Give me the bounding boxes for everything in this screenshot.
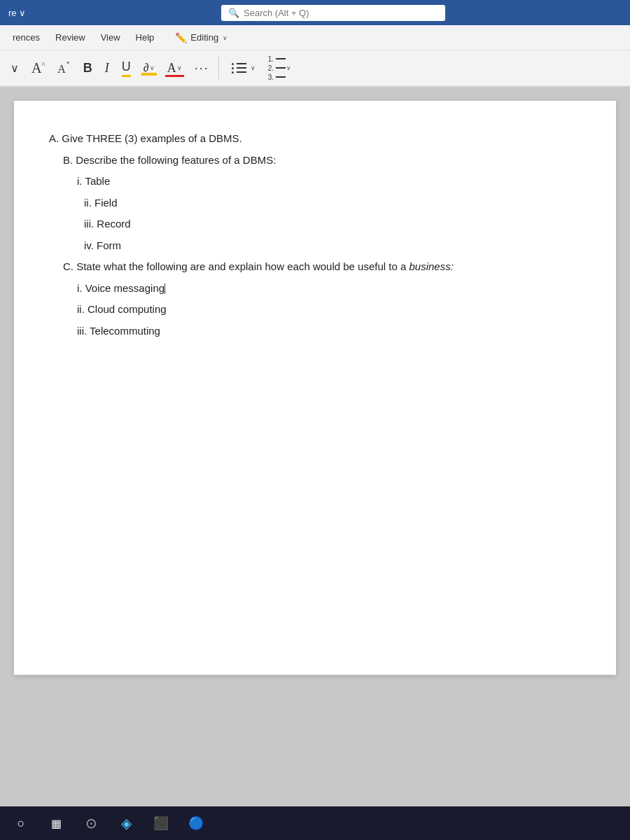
- line-ci-text: i. Voice messaging: [77, 282, 164, 294]
- search-box[interactable]: 🔍: [221, 5, 445, 21]
- numbered-list-chevron: ∨: [286, 64, 291, 71]
- doc-line-iii: iii. Record: [49, 214, 581, 234]
- taskbar-app4[interactable]: 🔵: [181, 810, 211, 836]
- line-i-text: i. Table: [77, 175, 110, 187]
- paragraph-style-dropdown[interactable]: ∨: [6, 59, 24, 78]
- editing-button[interactable]: ✏️ Editing ∨: [168, 29, 234, 47]
- font-shrink-icon: A˅: [57, 60, 71, 76]
- toolbar: ∨ A^ A˅ B I U ∂ ∨ A ∨ ··· ∨: [0, 50, 630, 87]
- doc-line-b: B. Describe the following features of a …: [49, 150, 581, 171]
- italic-button[interactable]: I: [100, 58, 114, 78]
- line-iii-text: iii. Record: [84, 218, 131, 230]
- editing-label: Editing: [190, 32, 218, 43]
- taskbar-search[interactable]: ○: [6, 810, 36, 836]
- italic-icon: I: [105, 61, 109, 76]
- highlight-color-bar: [141, 73, 157, 76]
- taskbar-search-icon: ○: [18, 816, 25, 831]
- bulleted-list-button[interactable]: ∨: [223, 57, 260, 79]
- highlight-chevron: ∨: [150, 64, 155, 71]
- doc-line-i: i. Table: [49, 172, 581, 192]
- line-ciii-text: iii. Telecommuting: [77, 325, 160, 337]
- doc-line-c: C. State what the following are and expl…: [49, 257, 581, 277]
- pencil-icon: ✏️: [175, 32, 187, 43]
- font-color-icon: A: [167, 61, 176, 76]
- search-icon: 🔍: [228, 8, 239, 18]
- font-size-large-btn[interactable]: A^: [27, 57, 50, 79]
- line-ii-text: ii. Field: [84, 197, 118, 209]
- taskbar-app2[interactable]: ◈: [111, 810, 141, 836]
- bulleted-list-chevron: ∨: [251, 64, 255, 71]
- doc-line-ciii: iii. Telecommuting: [49, 321, 581, 342]
- line-c-text: C. State what the following are and expl…: [63, 260, 454, 272]
- title-bar: re ∨ 🔍: [0, 0, 630, 25]
- menu-item-review[interactable]: Review: [48, 28, 92, 47]
- numbered-list-button[interactable]: 1. 2. 3. ∨: [263, 52, 296, 84]
- line-iv-text: iv. Form: [84, 239, 121, 251]
- more-icon: ···: [195, 61, 209, 76]
- taskbar-app1[interactable]: ⊙: [76, 810, 106, 836]
- taskbar-app1-icon: ⊙: [85, 815, 97, 832]
- line-b-text: B. Describe the following features of a …: [63, 154, 276, 166]
- font-color-bar: [165, 75, 184, 77]
- underline-button[interactable]: U: [117, 57, 136, 80]
- doc-line-ci: i. Voice messaging: [49, 279, 581, 299]
- taskbar: ○ ▦ ⊙ ◈ ⬛ 🔵: [0, 806, 630, 840]
- taskbar-app2-icon: ◈: [121, 815, 132, 832]
- line-cii-text: ii. Cloud computing: [77, 303, 167, 315]
- font-grow-icon: A^: [31, 60, 45, 76]
- text-cursor: [164, 284, 165, 294]
- doc-line-iv: iv. Form: [49, 236, 581, 256]
- taskbar-app3[interactable]: ⬛: [146, 810, 176, 836]
- font-color-button[interactable]: A ∨: [162, 58, 187, 78]
- editing-chevron: ∨: [223, 34, 227, 41]
- highlight-button[interactable]: ∂ ∨: [139, 59, 160, 77]
- more-options-button[interactable]: ···: [190, 58, 214, 78]
- document-area[interactable]: A. Give THREE (3) examples of a DBMS. B.…: [14, 101, 616, 675]
- doc-line-cii: ii. Cloud computing: [49, 300, 581, 320]
- doc-line-a: A. Give THREE (3) examples of a DBMS.: [49, 129, 581, 149]
- title-bar-left: re ∨: [8, 8, 36, 18]
- bold-button[interactable]: B: [78, 58, 97, 78]
- menu-item-help[interactable]: Help: [129, 28, 162, 47]
- line-a-text: A. Give THREE (3) examples of a DBMS.: [49, 132, 242, 144]
- toolbar-divider: [218, 57, 219, 79]
- font-size-small-btn[interactable]: A˅: [52, 57, 76, 78]
- menu-item-view[interactable]: View: [94, 28, 127, 47]
- taskbar-app4-icon: 🔵: [188, 816, 204, 831]
- taskbar-app3-icon: ⬛: [153, 816, 169, 831]
- doc-line-ii: ii. Field: [49, 193, 581, 214]
- menu-item-references[interactable]: rences: [6, 28, 47, 47]
- font-color-chevron: ∨: [177, 64, 182, 71]
- taskbar-grid-icon: ▦: [51, 817, 62, 830]
- underline-icon: U: [122, 59, 131, 77]
- bulleted-list-icon: [228, 60, 250, 76]
- menu-bar: rences Review View Help ✏️ Editing ∨: [0, 25, 630, 50]
- taskbar-grid[interactable]: ▦: [41, 810, 71, 836]
- search-input[interactable]: [244, 8, 438, 18]
- bold-icon: B: [83, 61, 92, 76]
- numbered-list-icon: 1. 2. 3.: [268, 55, 286, 81]
